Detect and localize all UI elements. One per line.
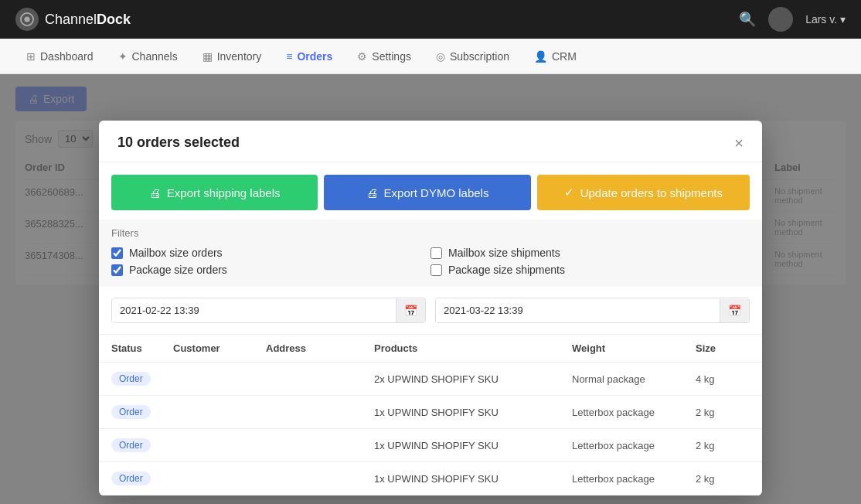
topbar: ChannelDock 🔍 Lars v. ▾ [0,0,861,39]
modal-header: 10 orders selected × [99,121,762,162]
table-row: Order 1x UPWIND SHOPIFY SKU Letterbox pa… [99,396,762,429]
th-size: Size [696,342,750,354]
modal-table-header: Status Customer Address Products Weight … [99,335,762,363]
mailbox-orders-label: Mailbox size orders [129,247,223,259]
sidebar-item-channels[interactable]: ✦ Channels [107,44,189,69]
mailbox-shipments-label: Mailbox size shipments [448,247,560,259]
modal-orders-table: Status Customer Address Products Weight … [99,335,762,495]
date-to-wrapper: 📅 [435,298,750,323]
update-shipments-button[interactable]: ✓ Update orders to shipments [537,175,750,210]
filters-section: Filters Mailbox size orders Mailbox size… [99,220,762,287]
filter-mailbox-shipments: Mailbox size shipments [430,247,750,259]
status-badge: Order [111,405,173,419]
th-weight: Weight [572,342,696,354]
topbar-left: ChannelDock [15,8,131,31]
date-to-input[interactable] [436,298,720,322]
svg-point-1 [24,16,29,22]
products-cell: 1x UPWIND SHOPIFY SKU [374,440,572,451]
user-name[interactable]: Lars v. ▾ [805,13,846,26]
subscription-icon: ◎ [436,50,445,63]
products-cell: 1x UPWIND SHOPIFY SKU [374,407,572,418]
th-status: Status [111,342,173,354]
crm-icon: 👤 [534,50,547,63]
search-icon[interactable]: 🔍 [739,11,756,28]
settings-icon: ⚙ [357,50,367,63]
modal-close-button[interactable]: × [734,135,744,151]
checkmark-icon: ✓ [564,186,574,199]
mailbox-shipments-checkbox[interactable] [430,247,442,259]
status-badge: Order [111,372,173,386]
status-badge: Order [111,472,173,485]
sidebar-item-dashboard[interactable]: ⊞ Dashboard [15,44,104,69]
size-cell: 2 kg [696,407,750,418]
table-row: Order 1x UPWIND SHOPIFY SKU Letterbox pa… [99,429,762,462]
export-shipping-labels-button[interactable]: 🖨 Export shipping labels [111,175,318,210]
orders-icon: ≡ [286,50,292,63]
modal: 10 orders selected × 🖨 Export shipping l… [99,121,762,495]
logo-text: ChannelDock [45,12,131,28]
size-cell: 2 kg [696,440,750,451]
package-shipments-label: Package size shipments [448,264,565,276]
filter-package-orders: Package size orders [111,264,430,276]
th-customer: Customer [173,342,266,354]
mailbox-orders-checkbox[interactable] [111,247,123,259]
status-badge: Order [111,438,173,452]
package-orders-checkbox[interactable] [111,264,123,276]
export-dymo-labels-button[interactable]: 🖨 Export DYMO labels [324,175,530,210]
sidebar-item-inventory[interactable]: ▦ Inventory [192,44,273,69]
table-row: Order 1x UPWIND SHOPIFY SKU Letterbox pa… [99,462,762,495]
dashboard-icon: ⊞ [26,50,36,63]
modal-overlay: 10 orders selected × 🖨 Export shipping l… [0,74,861,504]
date-from-wrapper: 📅 [111,298,426,323]
action-buttons: 🖨 Export shipping labels 🖨 Export DYMO l… [99,162,762,220]
logo-icon [15,8,39,31]
weight-cell: Letterbox package [572,473,696,485]
sidebar-item-crm[interactable]: 👤 CRM [523,44,587,69]
size-cell: 4 kg [696,373,750,385]
size-cell: 2 kg [696,473,750,485]
weight-cell: Normal package [572,373,696,385]
date-range: 📅 📅 [99,287,762,335]
channels-icon: ✦ [118,50,128,63]
weight-cell: Letterbox package [572,407,696,418]
sidebar-item-subscription[interactable]: ◎ Subscription [425,44,520,69]
products-cell: 1x UPWIND SHOPIFY SKU [374,473,572,485]
th-address: Address [266,342,374,354]
inventory-icon: ▦ [202,50,213,63]
sidebar-item-settings[interactable]: ⚙ Settings [346,44,422,69]
date-from-calendar-icon[interactable]: 📅 [396,299,425,322]
printer-icon: 🖨 [149,186,161,199]
date-from-input[interactable] [112,298,396,322]
avatar [768,7,793,32]
filter-mailbox-orders: Mailbox size orders [111,247,430,259]
filters-label: Filters [111,227,750,239]
table-row: Order 2x UPWIND SHOPIFY SKU Normal packa… [99,363,762,396]
printer-dymo-icon: 🖨 [366,186,378,199]
package-orders-label: Package size orders [129,264,227,276]
modal-title: 10 orders selected [117,135,240,151]
filters-grid: Mailbox size orders Mailbox size shipmen… [111,247,750,276]
filter-package-shipments: Package size shipments [430,264,750,276]
sidebar-item-orders[interactable]: ≡ Orders [275,44,343,69]
main-nav: ⊞ Dashboard ✦ Channels ▦ Inventory ≡ Ord… [0,39,861,74]
topbar-right: 🔍 Lars v. ▾ [739,7,846,32]
weight-cell: Letterbox package [572,440,696,451]
th-products: Products [374,342,572,354]
products-cell: 2x UPWIND SHOPIFY SKU [374,373,572,385]
package-shipments-checkbox[interactable] [430,264,442,276]
page-content: 🖨 Export Show 10 Order ID Customer Addre… [0,74,861,504]
date-to-calendar-icon[interactable]: 📅 [720,299,749,322]
